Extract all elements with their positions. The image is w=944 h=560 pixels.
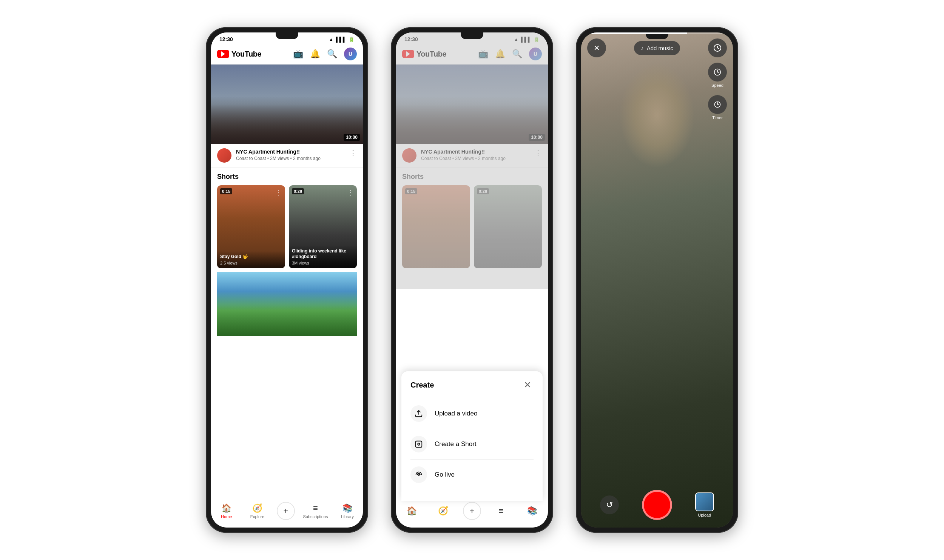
explore-icon-1: 🧭 [252, 503, 262, 513]
upload-control: Upload [695, 492, 714, 517]
video-meta-1: NYC Apartment Hunting!! Coast to Coast •… [236, 148, 345, 161]
upload-video-label: Upload a video [435, 410, 477, 417]
home-icon-2: 🏠 [407, 506, 417, 516]
search-icon[interactable]: 🔍 [327, 49, 337, 59]
cam-progress-fill [581, 32, 687, 34]
modal-go-live-item[interactable]: Go live [410, 460, 534, 490]
add-music-label: Add music [647, 45, 673, 51]
nav-explore-2[interactable]: 🧭 [432, 506, 454, 516]
nav-library-1[interactable]: 📚 Library [336, 503, 359, 519]
timer-icon[interactable] [708, 95, 727, 114]
notch-2 [461, 32, 483, 39]
bottom-nav-1: 🏠 Home 🧭 Explore + ≡ Subscriptions 📚 Lib… [211, 498, 363, 528]
nav-create-2[interactable]: + [463, 502, 481, 520]
phone2-overlay [396, 32, 548, 289]
camera-top-controls: ✕ ♪ Add music [581, 32, 733, 61]
speed-icon[interactable] [708, 63, 727, 82]
signal-icon: ▌▌▌ [336, 37, 346, 42]
create-modal: Create ✕ Upload a video [401, 371, 543, 501]
short-label-2: Gliding into weekend like #longboard 3M … [289, 245, 357, 268]
svg-rect-1 [416, 441, 422, 448]
bell-icon[interactable]: 🔔 [310, 49, 320, 59]
short-menu-1[interactable]: ⋮ [275, 188, 282, 197]
short-thumb-2: 0:28 ⋮ Gliding into weekend like #longbo… [289, 185, 357, 268]
upload-thumbnail[interactable] [695, 492, 714, 511]
modal-upload-item[interactable]: Upload a video [410, 398, 534, 429]
shorts-row-1: 0:15 ⋮ Stay Gold 🤟 2.5 views 0:28 ⋮ [217, 185, 357, 268]
svg-point-3 [418, 474, 420, 475]
short-duration-1: 0:15 [220, 188, 232, 194]
speed-side-control: Speed [708, 63, 727, 88]
modal-header: Create ✕ [410, 379, 534, 391]
modal-create-short-item[interactable]: Create a Short [410, 429, 534, 460]
library-icon-2: 📚 [527, 506, 537, 516]
short-title-1: Stay Gold 🤟 [220, 254, 282, 260]
home-icon-1: 🏠 [221, 503, 231, 513]
nav-library-2[interactable]: 📚 [521, 506, 544, 516]
nav-explore-1[interactable]: 🧭 Explore [246, 503, 268, 519]
home-label-1: Home [221, 514, 232, 519]
camera-right-controls: Speed Timer [708, 63, 727, 120]
landscape-thumb-1[interactable] [217, 272, 357, 336]
yt-logo-1: YouTube [217, 50, 261, 58]
video-title-1: NYC Apartment Hunting!! [236, 148, 345, 155]
add-music-button[interactable]: ♪ Add music [634, 41, 680, 55]
record-button[interactable] [642, 490, 672, 520]
video-subtitle-1: Coast to Coast • 3M views • 2 months ago [236, 156, 345, 161]
short-duration-2: 0:28 [292, 188, 304, 194]
library-icon-1: 📚 [342, 503, 353, 513]
nav-home-2[interactable]: 🏠 [400, 506, 423, 516]
timer-label: Timer [712, 115, 723, 120]
cam-progress-bar [581, 32, 733, 34]
short-title-2: Gliding into weekend like #longboard [292, 248, 354, 260]
upload-thumb-bg [696, 493, 713, 511]
create-short-icon [410, 436, 427, 452]
explore-label-1: Explore [250, 514, 264, 519]
timer-side-control: Timer [708, 95, 727, 120]
video-thumb-1[interactable]: 10:00 [211, 65, 363, 144]
cast-icon[interactable]: 📺 [293, 49, 303, 59]
nav-home-1[interactable]: 🏠 Home [215, 503, 238, 519]
create-short-label: Create a Short [435, 440, 477, 448]
short-card-2[interactable]: 0:28 ⋮ Gliding into weekend like #longbo… [289, 185, 357, 268]
youtube-header-1: YouTube 📺 🔔 🔍 U [211, 44, 363, 65]
notch-1 [276, 32, 298, 39]
wifi-icon: ▲ [329, 37, 333, 42]
subscriptions-label-1: Subscriptions [303, 514, 328, 519]
video-duration-1: 10:00 [344, 134, 360, 141]
go-live-label: Go live [435, 471, 455, 478]
close-camera-button[interactable]: ✕ [587, 38, 606, 57]
video-info-1: NYC Apartment Hunting!! Coast to Coast •… [211, 144, 363, 168]
header-icons-1: 📺 🔔 🔍 U [293, 48, 357, 60]
short-views-1: 2.5 views [220, 261, 282, 265]
yt-logo-text-1: YouTube [231, 50, 261, 58]
short-menu-2[interactable]: ⋮ [347, 188, 354, 197]
nav-create-1[interactable]: + [277, 502, 295, 520]
avatar-1[interactable]: U [344, 48, 357, 60]
shorts-heading-1: Shorts [217, 173, 357, 181]
status-icons-1: ▲ ▌▌▌ 🔋 [329, 37, 355, 42]
landscape-bg-1 [217, 272, 357, 336]
upload-icon [410, 405, 427, 422]
channel-avatar-1[interactable] [217, 148, 231, 163]
modal-close-button[interactable]: ✕ [521, 379, 534, 391]
face-glow [619, 63, 695, 168]
nav-subscriptions-1[interactable]: ≡ Subscriptions [303, 503, 328, 519]
bottom-nav-2: 🏠 🧭 + ≡ 📚 [396, 498, 548, 528]
speed-label: Speed [711, 83, 723, 88]
camera-bottom-controls: ↺ Upload [581, 490, 733, 520]
short-card-1[interactable]: 0:15 ⋮ Stay Gold 🤟 2.5 views [217, 185, 285, 268]
flip-camera-button[interactable]: ↺ [600, 495, 619, 514]
video-options-icon-1[interactable]: ⋮ [349, 148, 357, 157]
status-time-1: 12:30 [219, 36, 233, 42]
short-thumb-1: 0:15 ⋮ Stay Gold 🤟 2.5 views [217, 185, 285, 268]
yt-logo-icon-1 [217, 50, 229, 58]
speed-button[interactable] [708, 38, 727, 57]
explore-icon-2: 🧭 [438, 506, 448, 516]
upload-label: Upload [698, 513, 711, 517]
nav-subscriptions-2[interactable]: ≡ [490, 506, 512, 516]
phone-2: 12:30 ▲ ▌▌▌ 🔋 YouTube 📺 🔔 🔍 U 10:00 [391, 27, 553, 533]
subscriptions-icon-1: ≡ [313, 503, 318, 513]
shorts-section-1: Shorts 0:15 ⋮ Stay Gold 🤟 2.5 views [211, 168, 363, 336]
short-views-2: 3M views [292, 261, 354, 265]
